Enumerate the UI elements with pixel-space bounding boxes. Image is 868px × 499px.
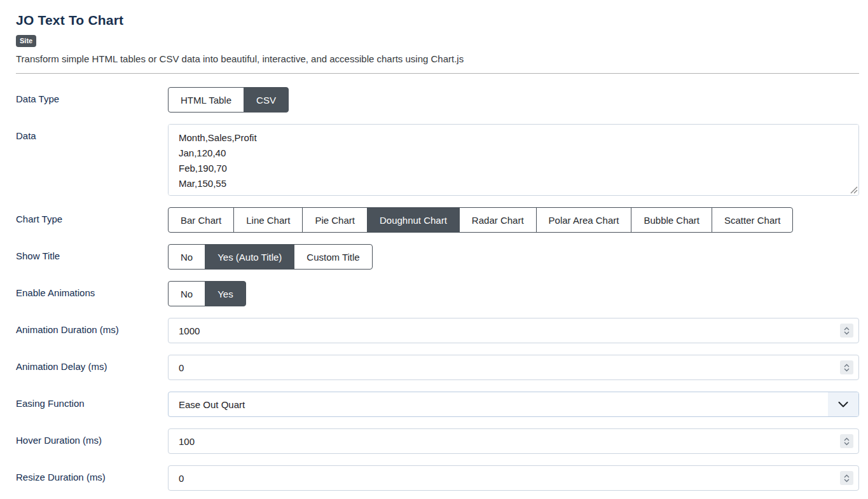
enable-animations-button-group: No Yes: [168, 281, 246, 306]
animation-duration-label: Animation Duration (ms): [16, 318, 168, 343]
show-title-option-custom[interactable]: Custom Title: [294, 244, 372, 270]
data-textarea-wrap: Month,Sales,Profit Jan,120,40 Feb,190,70…: [168, 124, 859, 196]
enable-animations-option-yes[interactable]: Yes: [205, 281, 245, 306]
chevron-down-icon: [844, 368, 850, 372]
chevron-up-icon: [844, 474, 850, 478]
chevron-down-icon: [838, 402, 848, 407]
show-title-button-group: No Yes (Auto Title) Custom Title: [168, 244, 373, 270]
easing-function-label: Easing Function: [16, 392, 168, 417]
data-textarea[interactable]: Month,Sales,Profit Jan,120,40 Feb,190,70…: [168, 124, 859, 196]
field-row-enable-animations: Enable Animations No Yes: [16, 281, 859, 306]
data-type-option-html-table[interactable]: HTML Table: [168, 87, 244, 113]
field-row-show-title: Show Title No Yes (Auto Title) Custom Ti…: [16, 244, 859, 270]
chart-type-option-bubble[interactable]: Bubble Chart: [631, 207, 712, 233]
hover-duration-wrap: [168, 428, 859, 454]
show-title-option-no[interactable]: No: [168, 244, 205, 270]
show-title-option-yes-auto[interactable]: Yes (Auto Title): [205, 244, 294, 270]
field-row-animation-duration: Animation Duration (ms): [16, 318, 859, 343]
data-type-option-csv[interactable]: CSV: [244, 87, 289, 113]
animation-duration-input[interactable]: [168, 318, 859, 343]
data-type-label: Data Type: [16, 87, 168, 113]
hover-duration-input[interactable]: [168, 428, 859, 454]
enable-animations-option-no[interactable]: No: [168, 281, 205, 306]
enable-animations-label: Enable Animations: [16, 281, 168, 306]
animation-duration-wrap: [168, 318, 859, 343]
chevron-up-icon: [844, 327, 850, 331]
hover-duration-label: Hover Duration (ms): [16, 428, 168, 454]
field-row-chart-type: Chart Type Bar Chart Line Chart Pie Char…: [16, 207, 859, 233]
chart-type-option-polar-area[interactable]: Polar Area Chart: [536, 207, 632, 233]
field-row-animation-delay: Animation Delay (ms): [16, 355, 859, 380]
resize-duration-wrap: [168, 465, 859, 491]
field-row-data: Data Month,Sales,Profit Jan,120,40 Feb,1…: [16, 124, 859, 196]
chevron-up-icon: [844, 364, 850, 367]
number-stepper[interactable]: [840, 471, 853, 485]
animation-delay-label: Animation Delay (ms): [16, 355, 168, 380]
easing-function-select[interactable]: Ease Out Quart: [168, 392, 859, 417]
divider: [16, 73, 859, 74]
settings-page: JO Text To Chart Site Transform simple H…: [0, 0, 868, 491]
select-arrow-button[interactable]: [828, 392, 858, 416]
chart-type-button-group: Bar Chart Line Chart Pie Chart Doughnut …: [168, 207, 793, 233]
chart-type-label: Chart Type: [16, 207, 168, 233]
chart-type-option-doughnut[interactable]: Doughnut Chart: [367, 207, 460, 233]
field-row-easing-function: Easing Function Ease Out Quart: [16, 392, 859, 417]
data-label: Data: [16, 124, 168, 196]
chevron-down-icon: [844, 442, 850, 446]
number-stepper[interactable]: [840, 434, 853, 448]
chevron-down-icon: [844, 331, 850, 335]
resize-duration-label: Resize Duration (ms): [16, 465, 168, 491]
page-title: JO Text To Chart: [16, 13, 859, 28]
chart-type-option-scatter[interactable]: Scatter Chart: [712, 207, 793, 233]
show-title-label: Show Title: [16, 244, 168, 270]
number-stepper[interactable]: [840, 360, 853, 374]
number-stepper[interactable]: [840, 324, 853, 338]
chart-type-option-bar[interactable]: Bar Chart: [168, 207, 234, 233]
page-description: Transform simple HTML tables or CSV data…: [16, 53, 859, 64]
field-row-resize-duration: Resize Duration (ms): [16, 465, 859, 491]
site-badge: Site: [16, 35, 36, 47]
field-row-hover-duration: Hover Duration (ms): [16, 428, 859, 454]
chart-type-option-radar[interactable]: Radar Chart: [459, 207, 537, 233]
resize-duration-input[interactable]: [168, 465, 859, 491]
easing-function-selected-value: Ease Out Quart: [179, 399, 245, 410]
field-row-data-type: Data Type HTML Table CSV: [16, 87, 859, 113]
data-type-button-group: HTML Table CSV: [168, 87, 289, 113]
chevron-down-icon: [844, 479, 850, 482]
animation-delay-wrap: [168, 355, 859, 380]
chevron-up-icon: [844, 437, 850, 441]
chart-type-option-pie[interactable]: Pie Chart: [302, 207, 368, 233]
animation-delay-input[interactable]: [168, 355, 859, 380]
chart-type-option-line[interactable]: Line Chart: [233, 207, 303, 233]
